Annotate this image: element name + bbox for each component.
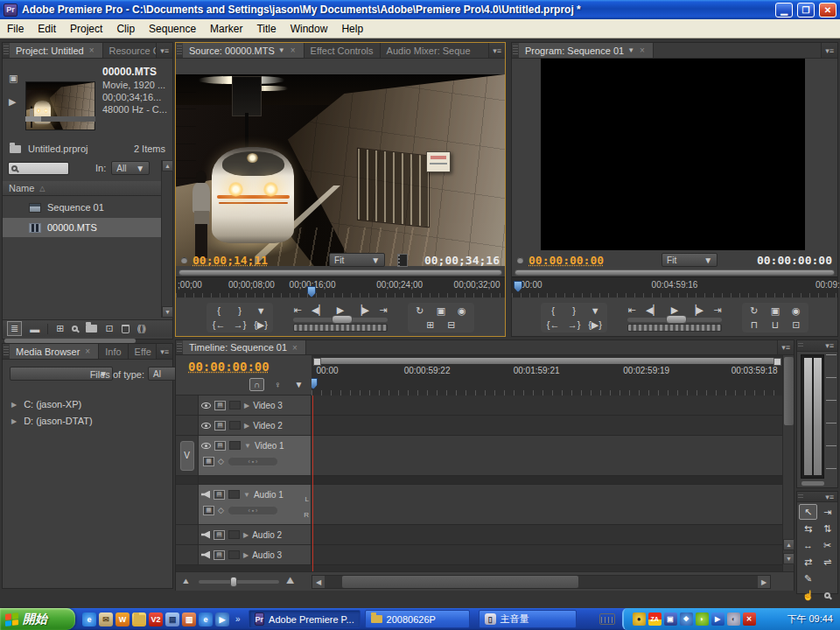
preview-thumbnail[interactable] <box>25 81 95 130</box>
go-to-next-button[interactable]: ⇥ <box>710 304 724 316</box>
program-video-display[interactable] <box>541 59 805 250</box>
work-area-bar[interactable] <box>313 358 781 364</box>
safe-margins-button[interactable]: ▣ <box>768 304 782 317</box>
play-in-to-out-button[interactable]: {▶} <box>254 318 268 331</box>
media-player-icon[interactable]: ▶ <box>215 612 229 626</box>
tab-audio-mixer[interactable]: Audio Mixer: Seque <box>381 43 490 58</box>
search-scope-dropdown[interactable]: All ▼ <box>111 161 150 175</box>
timeline-ruler[interactable]: 00:00 00:00:59:22 00:01:59:21 00:02:59:1… <box>312 355 783 396</box>
close-tab-icon[interactable]: × <box>88 46 96 55</box>
go-to-out-button[interactable]: →} <box>567 318 581 331</box>
source-video-display[interactable] <box>176 74 505 266</box>
track-lock-toggle[interactable] <box>229 421 241 430</box>
tab-info[interactable]: Info <box>99 344 128 359</box>
tray-nvidia-icon[interactable]: ◗ <box>696 612 709 626</box>
tray-messenger-icon[interactable]: ❖ <box>680 612 693 626</box>
razor-tool[interactable]: ✂ <box>818 537 836 553</box>
collapse-triangle-icon[interactable]: ▼ <box>243 491 250 499</box>
timeline-cti-line[interactable] <box>312 396 313 571</box>
go-to-previous-button[interactable]: ⇤ <box>625 304 639 316</box>
tray-network-icon[interactable]: ▣ <box>664 612 677 626</box>
collapse-triangle-icon[interactable]: ▶ <box>244 422 249 430</box>
track-lock-toggle[interactable] <box>228 490 240 499</box>
track-content[interactable] <box>312 525 783 545</box>
play-preview-icon[interactable]: ▶ <box>9 96 18 108</box>
play-button[interactable]: ▶ <box>668 304 682 316</box>
new-bin-button[interactable] <box>86 325 97 332</box>
menu-help[interactable]: Help <box>334 20 370 38</box>
mail-icon[interactable]: ✉ <box>99 612 113 626</box>
go-to-previous-button[interactable]: ⇤ <box>290 304 304 316</box>
zoom-tool[interactable] <box>818 587 836 603</box>
set-marker-button[interactable]: ▼ <box>254 304 268 317</box>
scroll-up-icon[interactable]: ▲ <box>783 539 794 550</box>
list-item-clip[interactable]: 00000.MTS <box>3 218 163 237</box>
source-zoom-dropdown[interactable]: Fit▼ <box>329 253 385 267</box>
program-current-timecode[interactable]: 00:00:00:00 <box>528 254 604 267</box>
timeline-current-timecode[interactable]: 00:00:00:00 <box>188 360 270 374</box>
menu-sequence[interactable]: Sequence <box>142 20 203 38</box>
panel-grip[interactable] <box>4 346 9 356</box>
shuttle-slider[interactable] <box>627 318 722 322</box>
track-lock-toggle[interactable] <box>228 550 240 559</box>
keyframe-nav-capsule[interactable]: ‹ ▪ › <box>228 506 278 515</box>
chevron-down-icon[interactable]: ▼ <box>627 46 634 54</box>
tab-timeline[interactable]: Timeline: Sequence 01× <box>183 340 306 354</box>
menu-project[interactable]: Project <box>63 20 109 38</box>
quick-launch-overflow-icon[interactable]: » <box>235 614 241 624</box>
poster-frame-icon[interactable]: ▣ <box>9 73 18 84</box>
panel-menu-icon[interactable]: ▾≡ <box>822 340 837 351</box>
taskbar-task-premiere[interactable]: Pr Adobe Premiere P... <box>248 610 360 628</box>
export-frame-button[interactable]: ⊡ <box>789 318 803 331</box>
minimize-button[interactable]: ▁ <box>775 3 793 18</box>
v2-antivirus-icon[interactable]: V2 <box>149 612 163 626</box>
find-button[interactable] <box>72 326 78 332</box>
name-column-header[interactable]: Name△ <box>3 181 163 196</box>
scrollbar-thumb[interactable] <box>342 576 578 588</box>
panel-grip[interactable] <box>177 46 182 55</box>
display-style-icon[interactable]: ▦ <box>203 457 214 466</box>
play-button[interactable]: ▶ <box>333 304 347 316</box>
source-playhead[interactable] <box>307 286 316 298</box>
track-content[interactable] <box>312 436 783 476</box>
list-view-button[interactable]: ≣ <box>7 321 22 336</box>
menu-title[interactable]: Title <box>249 20 283 38</box>
collapse-triangle-icon[interactable]: ▶ <box>244 402 249 410</box>
track-content[interactable] <box>312 396 783 416</box>
extract-button[interactable]: ⊔ <box>768 318 782 331</box>
insert-button[interactable]: ⊞ <box>424 318 438 331</box>
toggle-track-output-icon[interactable] <box>201 423 211 429</box>
step-back-button[interactable]: ◀▏ <box>312 304 326 316</box>
close-tab-icon[interactable]: × <box>83 346 92 356</box>
program-time-ruler[interactable]: 00:00 00:04:59:16 00:09: <box>512 276 837 298</box>
drive-item-c[interactable]: ▶ C: (jason-XP) <box>3 396 172 412</box>
tab-media-browser[interactable]: Media Browser× <box>10 344 99 359</box>
ripple-edit-tool[interactable]: ⇆ <box>799 521 817 536</box>
track-content[interactable] <box>312 545 783 565</box>
panel-grip[interactable] <box>177 343 182 352</box>
resize-handle-icon[interactable]: ⸨⸩ <box>137 323 146 334</box>
internet-explorer-icon[interactable]: e <box>82 612 96 626</box>
start-button[interactable]: 開始 <box>0 608 75 630</box>
set-in-point-button[interactable]: { <box>212 304 226 317</box>
panel-menu-icon[interactable]: ▾≡ <box>157 344 172 359</box>
taskbar-task-folder[interactable]: 20080626P <box>365 610 470 628</box>
step-back-button[interactable]: ◀▏ <box>646 304 661 316</box>
collapse-triangle-icon[interactable]: ▼ <box>244 442 251 450</box>
safe-margins-button[interactable]: ▣ <box>434 304 448 317</box>
rate-stretch-tool[interactable]: ↔ <box>799 537 817 553</box>
step-forward-button[interactable]: ▕▶ <box>354 304 369 316</box>
icon-view-button[interactable]: ▬ <box>30 324 39 334</box>
program-playhead[interactable] <box>514 281 522 292</box>
set-out-point-button[interactable]: } <box>567 304 581 317</box>
go-to-out-button[interactable]: →} <box>233 318 247 331</box>
program-zoom-dropdown[interactable]: Fit▼ <box>662 253 718 267</box>
set-display-style-icon[interactable]: ▤ <box>214 530 225 540</box>
tab-program[interactable]: Program: Sequence 01▼ × <box>519 43 654 58</box>
show-keyframes-icon[interactable]: ◇ <box>218 506 224 514</box>
track-content[interactable] <box>312 416 783 436</box>
language-keyboard-icon[interactable] <box>599 613 615 625</box>
go-to-in-button[interactable]: {← <box>212 318 226 331</box>
chevron-down-icon[interactable]: ▼ <box>278 46 285 54</box>
panel-grip[interactable] <box>798 494 803 499</box>
